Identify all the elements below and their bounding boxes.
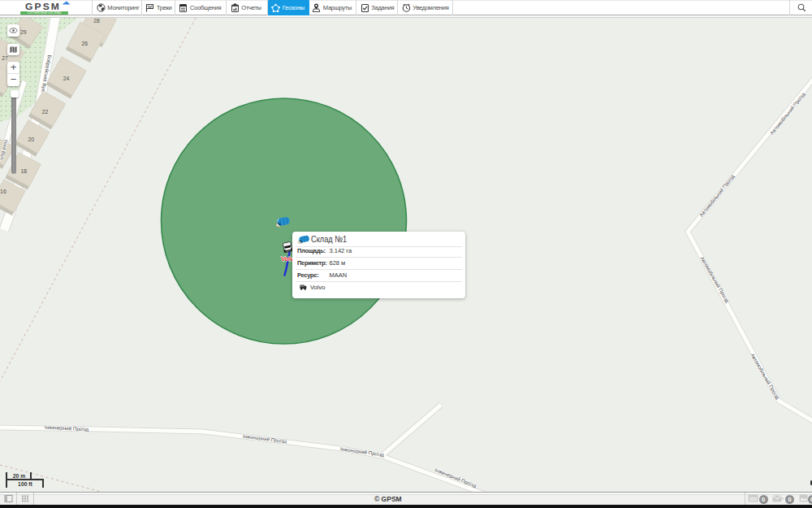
svg-text:27: 27 — [2, 55, 8, 61]
svg-text:28: 28 — [93, 18, 100, 24]
svg-text:18: 18 — [21, 168, 28, 174]
svg-text:22: 22 — [42, 109, 49, 115]
svg-text:16: 16 — [0, 189, 6, 194]
svg-text:26: 26 — [82, 41, 89, 46]
svg-text:20: 20 — [28, 137, 34, 142]
svg-text:29: 29 — [20, 29, 27, 35]
svg-text:24: 24 — [63, 76, 70, 81]
